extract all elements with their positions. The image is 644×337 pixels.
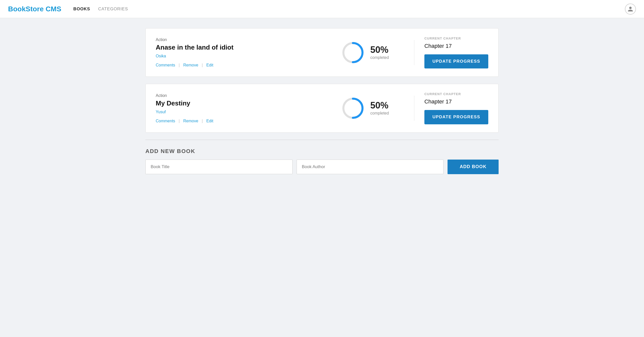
nav-links: BOOKS CATEGORIES [73, 7, 625, 12]
progress-label-2: completed [370, 111, 389, 116]
brand-logo[interactable]: BookStore CMS [8, 5, 61, 13]
book-title-2: My Destiny [156, 99, 327, 107]
current-chapter-value-2: Chapter 17 [424, 98, 488, 105]
section-separator [145, 140, 499, 140]
chapter-section-1: CURRENT CHAPTER Chapter 17 UPDATE PROGRE… [424, 36, 488, 68]
card-divider-2 [414, 96, 414, 121]
book-genre-1: Action [156, 38, 327, 42]
progress-percent-2: 50% [370, 101, 388, 110]
book-card-2: Action My Destiny Yusuf Comments | Remov… [145, 84, 499, 132]
add-new-form: ADD BOOK [145, 160, 499, 174]
progress-text-1: 50% completed [370, 45, 389, 60]
edit-link-2[interactable]: Edit [206, 119, 213, 123]
user-icon [627, 6, 633, 12]
add-new-title: ADD NEW BOOK [145, 148, 499, 155]
sep-1a: | [179, 63, 180, 67]
user-avatar[interactable] [625, 4, 636, 15]
main-content: Action Anase in the land of idiot Osika … [133, 18, 511, 184]
book-info-2: Action My Destiny Yusuf Comments | Remov… [156, 93, 327, 123]
add-new-section: ADD NEW BOOK ADD BOOK [145, 148, 499, 174]
update-progress-btn-2[interactable]: UPDATE PROGRESS [424, 110, 488, 124]
edit-link-1[interactable]: Edit [206, 63, 213, 67]
book-author-2: Yusuf [156, 110, 327, 114]
current-chapter-label-1: CURRENT CHAPTER [424, 36, 488, 40]
chapter-section-2: CURRENT CHAPTER Chapter 17 UPDATE PROGRE… [424, 92, 488, 124]
progress-label-1: completed [370, 55, 389, 60]
remove-link-2[interactable]: Remove [183, 119, 198, 123]
sep-1b: | [202, 63, 203, 67]
progress-percent-1: 50% [370, 45, 388, 54]
book-actions-2: Comments | Remove | Edit [156, 119, 327, 123]
remove-link-1[interactable]: Remove [183, 63, 198, 67]
current-chapter-value-1: Chapter 17 [424, 43, 488, 49]
sep-2a: | [179, 119, 180, 123]
progress-text-2: 50% completed [370, 101, 389, 116]
nav-categories[interactable]: CATEGORIES [98, 7, 128, 12]
book-title-input[interactable] [145, 160, 293, 174]
comments-link-1[interactable]: Comments [156, 63, 175, 67]
book-info-1: Action Anase in the land of idiot Osika … [156, 38, 327, 67]
sep-2b: | [202, 119, 203, 123]
card-divider-1 [414, 40, 414, 65]
progress-section-2: 50% completed [342, 97, 389, 120]
current-chapter-label-2: CURRENT CHAPTER [424, 92, 488, 96]
book-card-1: Action Anase in the land of idiot Osika … [145, 28, 499, 77]
book-author-1: Osika [156, 54, 327, 58]
nav-books[interactable]: BOOKS [73, 7, 90, 12]
progress-section-1: 50% completed [342, 41, 389, 64]
book-genre-2: Action [156, 93, 327, 98]
update-progress-btn-1[interactable]: UPDATE PROGRESS [424, 54, 488, 68]
navbar: BookStore CMS BOOKS CATEGORIES [0, 0, 644, 18]
comments-link-2[interactable]: Comments [156, 119, 175, 123]
book-author-input[interactable] [297, 160, 444, 174]
progress-circle-1 [342, 41, 364, 64]
progress-circle-2 [342, 97, 364, 120]
book-actions-1: Comments | Remove | Edit [156, 63, 327, 67]
add-book-button[interactable]: ADD BOOK [448, 160, 499, 174]
book-title-1: Anase in the land of idiot [156, 44, 327, 51]
